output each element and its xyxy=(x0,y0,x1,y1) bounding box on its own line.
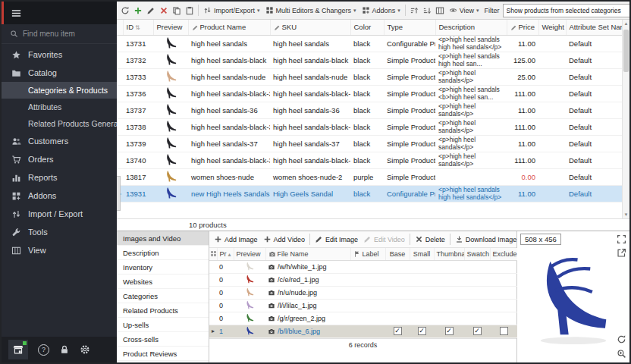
column-header-id[interactable]: ID⇅ xyxy=(123,20,153,35)
column-header-pr[interactable]: Pr▴ xyxy=(217,248,234,260)
menu-icon[interactable] xyxy=(11,8,22,19)
tab-categories[interactable]: Categories xyxy=(117,289,209,303)
scroll-up-button[interactable]: ▲ xyxy=(623,20,630,27)
tab-images-and-video[interactable]: Images and Video xyxy=(117,231,209,246)
column-options-button[interactable] xyxy=(434,3,446,18)
sidebar-item-related-products-generator[interactable]: Related Products Generator xyxy=(2,115,117,132)
cell-weight xyxy=(538,85,566,102)
tab-description[interactable]: Description xyxy=(117,246,209,260)
sidebar-item-customers[interactable]: Customers xyxy=(2,132,117,150)
zoom-icon[interactable] xyxy=(617,349,626,359)
product-row[interactable]: 13737high heel sandals-36high heel sanda… xyxy=(117,102,623,118)
paste-button[interactable] xyxy=(184,3,196,18)
sort-ascending-button[interactable] xyxy=(408,3,420,18)
edit-product-button[interactable] xyxy=(145,3,157,18)
product-row[interactable]: 13739high heel sandals-37high heel sanda… xyxy=(117,135,623,152)
delete-button[interactable]: Delete xyxy=(413,233,447,246)
image-row[interactable]: 0/n/u/nude.jpg xyxy=(209,286,517,299)
column-header-type[interactable]: Type xyxy=(384,20,435,35)
copy-button[interactable] xyxy=(171,3,183,18)
checkbox-checked[interactable]: ✓ xyxy=(418,327,426,335)
column-header-label[interactable]: Label xyxy=(350,248,385,260)
expand-icon[interactable] xyxy=(617,234,626,244)
menu-search-input[interactable] xyxy=(23,30,99,38)
open-external-icon[interactable] xyxy=(617,248,626,258)
column-header-small[interactable]: Small xyxy=(410,248,434,260)
column-header-color[interactable]: Color xyxy=(350,20,384,35)
add-product-button[interactable] xyxy=(132,3,144,18)
checkbox-unchecked[interactable] xyxy=(500,327,508,335)
tab-product-reviews[interactable]: Product Reviews xyxy=(117,347,209,361)
addons-menu-button[interactable]: Addons▾ xyxy=(359,3,403,18)
delete-product-button[interactable] xyxy=(158,3,170,18)
tab-up-sells[interactable]: Up-sells xyxy=(117,318,209,332)
column-header-preview[interactable]: Preview xyxy=(153,20,188,35)
sidebar-item-catalog[interactable]: Catalog xyxy=(2,64,117,82)
scroll-down-button[interactable]: ▼ xyxy=(623,211,630,218)
sidebar-item-favorites[interactable]: Favorites xyxy=(2,46,117,64)
image-row[interactable]: 0/w/h/white_1.jpg xyxy=(209,260,517,273)
edit-image-button[interactable]: Edit Image xyxy=(312,233,360,246)
refresh-preview-icon[interactable] xyxy=(617,334,626,344)
detail-section: Images and VideoDescriptionInventoryWebs… xyxy=(117,231,629,362)
import-export-menu-button[interactable]: Import/Export▾ xyxy=(201,3,262,18)
sidebar-item-reports[interactable]: Reports xyxy=(2,168,117,187)
tab-related-products[interactable]: Related Products xyxy=(117,303,209,318)
column-header-price[interactable]: Price xyxy=(507,20,538,35)
product-row[interactable]: 13731high heel sandalshigh heel sandalsb… xyxy=(117,35,623,52)
product-row[interactable]: 13736high heel sandals-black-36high heel… xyxy=(117,85,623,102)
sidebar-item-view[interactable]: View xyxy=(2,241,117,259)
product-row[interactable]: 13740high heel sandals-black-38high heel… xyxy=(117,152,623,168)
product-row[interactable]: 13733high heel sandals-nudehigh heel san… xyxy=(117,68,623,85)
column-header-swatch[interactable]: Swatch xyxy=(464,248,490,260)
sidebar-item-import-export[interactable]: Import / Export xyxy=(2,205,117,223)
product-row[interactable]: 13817women shoes-nudewomen shoes-nude-2p… xyxy=(117,168,623,185)
settings-button[interactable] xyxy=(80,344,90,355)
tab-inventory[interactable]: Inventory xyxy=(117,260,209,275)
column-header-thumbna[interactable]: Thumbna xyxy=(434,248,464,260)
download-image-button[interactable]: Download Image xyxy=(453,233,516,246)
sidebar-item-attributes[interactable]: Attributes xyxy=(2,99,117,115)
product-row[interactable]: ▸13931new High Heels SandalsHigh Geels S… xyxy=(117,185,623,202)
column-header-file-name[interactable]: File Name xyxy=(265,248,350,260)
column-header-weight[interactable]: Weight xyxy=(538,20,566,35)
refresh-button[interactable] xyxy=(119,3,131,18)
cell-preview xyxy=(234,325,265,337)
column-header-exclude[interactable]: Exclude xyxy=(490,248,517,260)
checkbox-checked[interactable]: ✓ xyxy=(473,327,482,335)
vertical-scrollbar[interactable]: ▲ ▼ xyxy=(622,20,629,218)
add-image-button[interactable]: Add Image xyxy=(212,233,260,246)
sidebar-item-tools[interactable]: Tools xyxy=(2,223,117,241)
category-filter-select[interactable]: Show products from selected categories▾ xyxy=(503,4,629,17)
edit-video-button[interactable]: Edit Video xyxy=(361,233,407,246)
help-button[interactable]: ? xyxy=(38,344,49,356)
sidebar-item-orders[interactable]: Orders xyxy=(2,150,117,168)
image-row[interactable]: 0/g/r/green_2.jpg xyxy=(209,312,517,325)
column-header-sku[interactable]: SKU xyxy=(270,20,350,35)
lock-button[interactable] xyxy=(59,344,70,355)
multi-editors-changers-menu-button[interactable]: Multi Editors & Changers▾ xyxy=(263,3,359,18)
panel-splitter-handle[interactable] xyxy=(117,176,121,211)
sidebar-item-addons[interactable]: Addons xyxy=(2,187,117,205)
tab-websites[interactable]: Websites xyxy=(117,275,209,289)
tab-cross-sells[interactable]: Cross-sells xyxy=(117,332,209,347)
column-header-description[interactable]: Description xyxy=(435,20,507,35)
sidebar-item-categories-products[interactable]: Categories & Products xyxy=(2,82,117,99)
column-header-product-name[interactable]: Product Name xyxy=(188,20,270,35)
product-row[interactable]: 13738high heel sandals-black-37high heel… xyxy=(117,118,623,135)
add-video-button[interactable]: Add Video xyxy=(261,233,307,246)
checkbox-checked[interactable]: ✓ xyxy=(394,327,402,335)
image-row[interactable]: ▸1/b/l/blue_6.jpg✓✓✓✓ xyxy=(209,325,517,337)
store-button[interactable] xyxy=(8,340,28,359)
column-header-base[interactable]: Base xyxy=(385,248,410,260)
product-row[interactable]: 13732high heel sandals-blackhigh heel sa… xyxy=(117,52,623,68)
image-row[interactable]: 0/l/i/lilac_1.jpg xyxy=(209,299,517,312)
column-header-preview[interactable]: Preview xyxy=(234,248,265,260)
view-menu-button[interactable]: View▾ xyxy=(447,3,482,18)
scrollbar-thumb[interactable] xyxy=(623,30,629,72)
sort-descending-button[interactable] xyxy=(421,3,433,18)
column-header-attribute-set-name[interactable]: Attribute Set Name xyxy=(566,20,623,35)
checkbox-checked[interactable]: ✓ xyxy=(445,327,454,335)
sidebar-search[interactable] xyxy=(2,24,117,44)
image-row[interactable]: 0/c/e/red_1.jpg xyxy=(209,273,517,286)
